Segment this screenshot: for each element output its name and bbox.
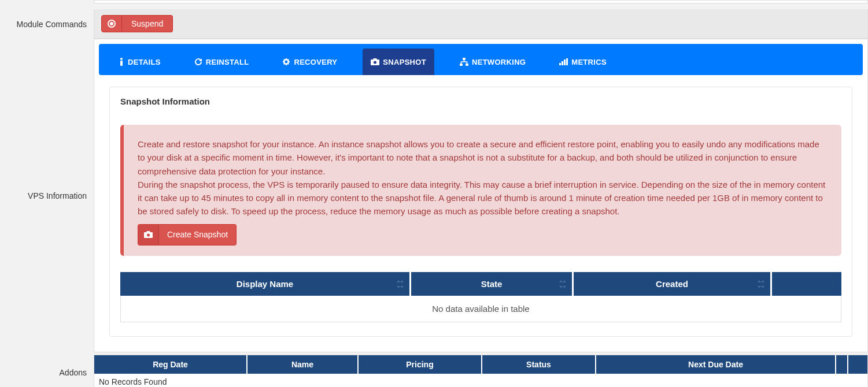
- module-commands-label: Module Commands: [0, 15, 94, 34]
- tab-snapshot[interactable]: SNAPSHOT: [363, 49, 434, 75]
- tab-recovery[interactable]: RECOVERY: [274, 49, 345, 75]
- svg-rect-3: [463, 58, 466, 60]
- svg-rect-9: [566, 58, 568, 65]
- addons-col-reg-date[interactable]: Reg Date: [94, 355, 246, 374]
- svg-rect-7: [562, 61, 563, 65]
- snapshot-panel: Snapshot Information Create and restore …: [109, 87, 852, 337]
- create-snapshot-button-label: Create Snapshot: [159, 225, 236, 245]
- svg-point-0: [120, 58, 123, 60]
- snapshot-col-state-label: State: [481, 279, 503, 289]
- module-commands-bar: Suspend: [94, 9, 868, 39]
- addons-col-pricing[interactable]: Pricing: [359, 355, 481, 374]
- addons-col-action1: [836, 355, 847, 374]
- snapshot-panel-title: Snapshot Information: [110, 87, 852, 113]
- tab-metrics[interactable]: METRICS: [551, 49, 615, 75]
- network-icon: [460, 58, 468, 66]
- snapshot-info-alert: Create and restore snapshot for your ins…: [120, 125, 841, 256]
- sort-icon: [397, 280, 404, 288]
- tab-networking-label: NETWORKING: [472, 58, 526, 66]
- tab-recovery-label: RECOVERY: [294, 58, 337, 66]
- snapshot-col-display-name[interactable]: Display Name: [120, 272, 409, 296]
- camera-icon: [138, 225, 159, 245]
- tab-reinstall-label: REINSTALL: [206, 58, 249, 66]
- svg-rect-6: [559, 63, 561, 65]
- addons-panel: Reg Date Name Pricing Status Next Due Da…: [94, 355, 868, 387]
- svg-point-2: [374, 61, 376, 64]
- snapshot-col-state[interactable]: State: [411, 272, 572, 296]
- svg-point-10: [147, 234, 150, 237]
- tab-reinstall[interactable]: REINSTALL: [186, 49, 257, 75]
- addons-col-status[interactable]: Status: [482, 355, 595, 374]
- vps-information-label: VPS Information: [0, 187, 94, 205]
- addons-label: Addons: [0, 363, 94, 382]
- addons-table-header: Reg Date Name Pricing Status Next Due Da…: [94, 355, 867, 374]
- snapshot-col-display-name-label: Display Name: [237, 279, 293, 289]
- spacer-label: [0, 0, 94, 9]
- suspend-button-label: Suspend: [131, 19, 163, 28]
- camera-icon: [371, 58, 379, 65]
- tab-metrics-label: METRICS: [571, 58, 607, 66]
- vps-tabbar: DETAILS REINSTALL RECOVERY SNAPSHOT: [99, 44, 863, 75]
- circle-dot-icon: [108, 20, 116, 28]
- addons-col-next-due-date[interactable]: Next Due Date: [596, 355, 835, 374]
- addons-col-name[interactable]: Name: [248, 355, 357, 374]
- gear-icon: [282, 58, 290, 66]
- snapshot-table: Display Name State Created: [120, 272, 841, 322]
- top-inputs-remnant: [94, 0, 868, 3]
- suspend-button[interactable]: Suspend: [122, 15, 173, 32]
- tab-networking[interactable]: NETWORKING: [452, 49, 534, 75]
- snapshot-col-created[interactable]: Created: [574, 272, 770, 296]
- snapshot-col-created-label: Created: [656, 279, 688, 289]
- vps-information-panel: DETAILS REINSTALL RECOVERY SNAPSHOT: [94, 39, 868, 352]
- tab-details-label: DETAILS: [128, 58, 161, 66]
- reinstall-icon: [194, 58, 202, 66]
- create-snapshot-button[interactable]: Create Snapshot: [138, 224, 237, 246]
- bars-icon: [559, 58, 568, 65]
- svg-rect-1: [120, 61, 123, 66]
- addons-col-action2: [848, 355, 867, 374]
- tab-snapshot-label: SNAPSHOT: [383, 58, 426, 66]
- tab-details[interactable]: DETAILS: [110, 49, 169, 75]
- snapshot-table-header: Display Name State Created: [120, 272, 841, 296]
- info-icon: [119, 58, 124, 66]
- suspend-radio-icon-button[interactable]: [101, 15, 122, 32]
- svg-rect-5: [466, 64, 468, 66]
- sort-icon: [559, 280, 566, 288]
- addons-table-empty: No Records Found: [94, 374, 867, 387]
- svg-rect-8: [564, 59, 566, 65]
- svg-rect-4: [460, 64, 463, 66]
- snapshot-alert-paragraph-2: During the snapshot process, the VPS is …: [138, 178, 828, 218]
- snapshot-alert-paragraph-1: Create and restore snapshot for your ins…: [138, 137, 828, 178]
- snapshot-table-empty: No data available in table: [120, 296, 841, 322]
- sort-icon: [758, 280, 764, 288]
- snapshot-col-actions: [772, 272, 841, 296]
